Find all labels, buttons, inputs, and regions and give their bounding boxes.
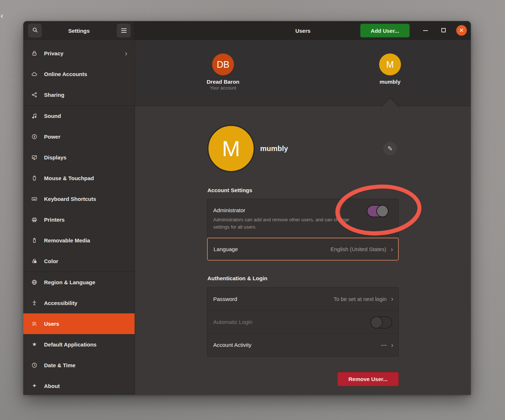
language-value: English (United States) xyxy=(330,246,386,252)
password-row[interactable]: Password To be set at next login › xyxy=(207,288,398,310)
user-card-dread-baron[interactable]: DB Dread Baron Your account xyxy=(194,54,252,91)
settings-sidebar: Privacy › Online Accounts Sharing Sound xyxy=(23,40,135,395)
administrator-description: Administrators can add and remove other … xyxy=(213,216,351,231)
sidebar-item-label: Privacy xyxy=(44,50,125,56)
account-settings-heading: Account Settings xyxy=(207,187,252,193)
desktop-background: Settings Users Add User... ✕ Privacy xyxy=(0,0,505,420)
minimize-button[interactable] xyxy=(423,30,428,31)
titlebar: Settings Users Add User... ✕ xyxy=(23,21,471,40)
add-user-button[interactable]: Add User... xyxy=(360,24,410,37)
chevron-right-icon: › xyxy=(391,245,393,253)
pencil-icon: ✎ xyxy=(387,145,393,152)
sidebar-item-label: Online Accounts xyxy=(44,71,129,77)
keyboard-icon xyxy=(31,196,37,202)
sidebar-item-color[interactable]: Color xyxy=(23,251,135,272)
language-label: Language xyxy=(214,246,330,252)
color-circles-icon xyxy=(31,258,37,264)
globe-icon xyxy=(31,279,37,285)
toggle-knob xyxy=(376,205,389,217)
automatic-login-row: Automatic Login xyxy=(207,310,398,333)
administrator-toggle[interactable] xyxy=(367,205,389,217)
hamburger-icon xyxy=(121,28,127,33)
avatar-initials: DB xyxy=(217,59,230,70)
share-icon xyxy=(31,92,37,98)
star-icon: ★ xyxy=(31,341,37,348)
sidebar-item-label: Default Applications xyxy=(44,341,129,348)
profile-avatar[interactable]: M xyxy=(207,124,255,173)
user-accounts-strip: DB Dread Baron Your account M mumbly xyxy=(135,40,471,106)
profile-username: mumbly xyxy=(260,144,288,153)
usb-drive-icon xyxy=(31,237,37,243)
clock-icon xyxy=(31,362,37,368)
main-headerbar: Users Add User... ✕ xyxy=(135,21,471,40)
users-panel: DB Dread Baron Your account M mumbly xyxy=(135,40,471,395)
avatar-initials: M xyxy=(386,59,394,70)
sidebar-item-online-accounts[interactable]: Online Accounts xyxy=(23,64,135,84)
maximize-button[interactable] xyxy=(441,28,446,32)
display-icon xyxy=(31,154,37,161)
account-activity-label: Account Activity xyxy=(213,342,381,348)
music-note-icon xyxy=(31,113,37,119)
chevron-right-icon: › xyxy=(391,295,393,303)
automatic-login-toggle[interactable] xyxy=(370,316,392,329)
sidebar-item-mouse-touchpad[interactable]: Mouse & Touchpad xyxy=(23,168,135,189)
rename-user-button[interactable]: ✎ xyxy=(383,141,397,156)
sidebar-item-sound[interactable]: Sound xyxy=(23,106,135,126)
sidebar-item-label: Sound xyxy=(44,113,129,119)
accessibility-icon xyxy=(31,300,37,306)
sidebar-item-default-applications[interactable]: ★ Default Applications xyxy=(23,334,135,355)
search-button[interactable] xyxy=(28,24,42,37)
auth-login-card: Password To be set at next login › Autom… xyxy=(207,287,399,357)
account-activity-value: — xyxy=(381,342,387,348)
menu-button[interactable] xyxy=(117,24,131,37)
sidebar-item-keyboard-shortcuts[interactable]: Keyboard Shortcuts xyxy=(23,189,135,209)
sidebar-item-region-language[interactable]: Region & Language xyxy=(23,272,135,293)
user-card-mumbly[interactable]: M mumbly xyxy=(361,54,419,85)
sidebar-item-power[interactable]: Power xyxy=(23,126,135,147)
chevron-right-icon: › xyxy=(125,49,127,58)
printer-icon xyxy=(31,217,37,223)
language-row[interactable]: Language English (United States) › xyxy=(207,238,399,261)
sidebar-item-date-time[interactable]: Date & Time xyxy=(23,355,135,376)
sidebar-item-label: Displays xyxy=(44,154,129,161)
sidebar-item-sharing[interactable]: Sharing xyxy=(23,84,135,105)
sidebar-item-label: Users xyxy=(44,321,129,327)
power-icon xyxy=(31,134,37,140)
settings-window: Settings Users Add User... ✕ Privacy xyxy=(23,21,471,395)
remove-user-button[interactable]: Remove User... xyxy=(337,372,399,386)
password-label: Password xyxy=(213,296,334,302)
sidebar-item-label: Date & Time xyxy=(44,362,129,368)
sidebar-item-label: About xyxy=(44,383,129,389)
users-icon xyxy=(31,321,37,327)
sidebar-item-about[interactable]: ✦ About xyxy=(23,376,135,395)
selected-user-pointer xyxy=(382,98,398,107)
user-name: mumbly xyxy=(379,79,401,85)
password-value: To be set at next login xyxy=(334,296,387,302)
cursor-artifact xyxy=(0,14,3,19)
avatar: DB xyxy=(212,54,234,75)
sidebar-item-printers[interactable]: Printers xyxy=(23,209,135,230)
toggle-knob xyxy=(370,316,383,329)
sidebar-item-label: Removable Media xyxy=(44,237,129,243)
account-activity-row[interactable]: Account Activity — › xyxy=(207,333,398,356)
sidebar-item-users[interactable]: Users xyxy=(23,313,135,334)
sidebar-item-label: Color xyxy=(44,258,129,264)
sidebar-item-label: Mouse & Touchpad xyxy=(44,175,129,181)
avatar-initial: M xyxy=(222,136,240,161)
chevron-right-icon: › xyxy=(391,341,393,349)
sparkle-icon: ✦ xyxy=(31,383,37,389)
sidebar-item-removable-media[interactable]: Removable Media xyxy=(23,230,135,251)
sidebar-item-displays[interactable]: Displays xyxy=(23,147,135,168)
avatar: M xyxy=(379,54,401,75)
sidebar-item-label: Power xyxy=(44,134,129,140)
sidebar-item-accessibility[interactable]: Accessibility xyxy=(23,293,135,313)
sidebar-item-label: Accessibility xyxy=(44,300,129,306)
sidebar-item-label: Sharing xyxy=(44,92,129,98)
sidebar-item-label: Keyboard Shortcuts xyxy=(44,196,129,202)
lock-icon xyxy=(31,50,37,56)
sidebar-headerbar: Settings xyxy=(23,21,135,40)
settings-title: Settings xyxy=(68,28,90,34)
sidebar-item-privacy[interactable]: Privacy › xyxy=(23,43,135,64)
page-title: Users xyxy=(295,28,311,34)
close-button[interactable]: ✕ xyxy=(456,25,467,36)
